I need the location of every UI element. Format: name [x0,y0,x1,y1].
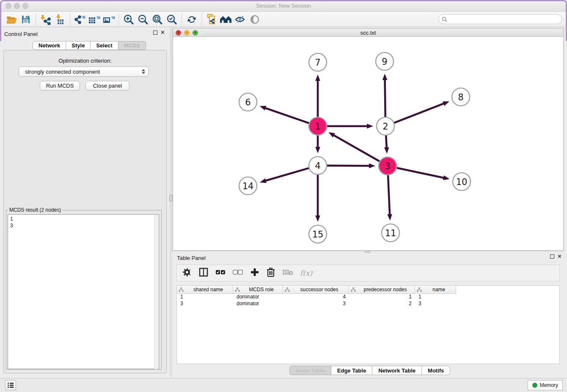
open-folder-icon[interactable] [4,13,19,26]
float-table-panel-icon[interactable] [550,254,554,259]
arrowhead-icon [383,74,388,80]
edge-3-11[interactable] [388,175,390,216]
edge-2-9[interactable] [385,78,385,117]
memory-button[interactable]: Memory [528,380,563,390]
table-panel: Table Panel ✕ f(x) shared nameMCDS roles… [173,253,567,377]
table-tabs: Node Table Edge Table Network Table Moti… [173,366,567,375]
table-cell: 3 [283,301,349,307]
edge-3-10[interactable] [397,168,445,178]
refresh-layout-icon[interactable] [184,13,199,26]
edge-1-6[interactable] [264,108,309,123]
network-graph-canvas[interactable]: 7968124314101511 [173,37,563,250]
horizontal-split-handle[interactable] [365,251,370,253]
column-header[interactable]: name [415,286,456,294]
tab-style[interactable]: Style [66,41,91,50]
attribute-tree-icon [235,287,240,292]
mcds-result-list[interactable]: 1 3 [8,214,159,369]
close-table-panel-icon[interactable]: ✕ [557,254,562,259]
tab-node-table[interactable]: Node Table [289,366,331,375]
result-line: 3 [10,222,159,229]
attribute-tree-icon [179,287,184,292]
node-label: 1 [315,121,320,132]
node-label: 15 [312,229,324,240]
select-all-icon[interactable] [215,268,226,278]
edge-2-8[interactable] [394,103,445,123]
result-line: 1 [10,215,159,222]
close-panel-icon[interactable]: ✕ [160,30,165,35]
table-cell: 3 [415,301,456,307]
import-network-icon[interactable] [39,13,53,26]
first-neighbors-icon[interactable] [219,13,233,26]
control-panel-tabs: Network Style Select MCDS [33,41,146,50]
search-field[interactable] [438,14,562,24]
column-header[interactable]: successor nodes [283,286,349,294]
column-header[interactable]: predecessor nodes [349,286,415,294]
arrowhead-icon [328,132,335,137]
clone-network-icon[interactable] [204,13,219,26]
network-window-titlebar[interactable]: ✕ − + scc.txt [173,29,563,37]
export-table-icon[interactable] [87,13,102,26]
export-network-icon[interactable] [73,13,87,26]
toolbar-separator [70,14,70,25]
edge-2-3[interactable] [386,135,387,149]
run-mcds-button[interactable]: Run MCDS [40,81,80,91]
window-title: Session: New Session [0,3,567,9]
node-label: 4 [315,161,320,171]
table-toolbar: f(x) [176,265,560,282]
save-icon[interactable] [19,13,33,26]
task-history-button[interactable] [5,380,16,390]
node-table[interactable]: shared nameMCDS rolesuccessor nodesprede… [176,285,560,364]
optimization-criterion-select[interactable]: strongly connected component [19,66,149,77]
table-column-headers: shared nameMCDS rolesuccessor nodesprede… [177,286,559,294]
column-header[interactable]: MCDS role [233,286,283,294]
edge-4-3[interactable] [327,166,371,166]
attribute-tree-icon [417,287,422,292]
tab-edge-table[interactable]: Edge Table [331,366,372,375]
node-label: 9 [382,57,387,67]
node-label: 10 [456,177,468,187]
tab-network-table[interactable]: Network Table [372,366,422,375]
search-input[interactable] [449,16,561,22]
result-scrollbar[interactable] [154,215,158,369]
node-label: 3 [385,161,390,171]
optimization-criterion-label: Optimization criterion: [0,58,170,64]
table-row[interactable]: 3dominator323 [177,301,559,307]
tab-mcds[interactable]: MCDS [118,41,146,50]
tab-select[interactable]: Select [91,41,118,50]
column-header[interactable]: shared name [177,286,233,294]
edge-3-1[interactable] [333,135,380,161]
deselect-all-icon[interactable] [232,268,243,278]
arrowhead-icon [367,124,373,129]
function-builder-icon: f(x) [300,269,312,277]
arrowhead-icon [387,214,392,221]
tab-motifs[interactable]: Motifs [422,366,450,375]
zoom-in-icon[interactable] [121,13,136,26]
add-column-icon[interactable] [250,267,260,279]
arrowhead-icon [315,215,320,222]
toolbar-separator [36,14,36,25]
zoom-out-icon[interactable] [136,13,150,26]
graphics-details-icon[interactable] [233,13,248,26]
memory-label: Memory [540,382,558,388]
import-table-icon[interactable] [53,13,67,26]
arrowhead-icon [443,101,449,106]
vertical-split-handle[interactable] [169,195,173,202]
zoom-selected-icon[interactable] [165,13,179,26]
gear-icon[interactable] [182,267,192,279]
close-panel-button[interactable]: Close panel [85,81,129,91]
edge-4-14[interactable] [264,168,308,181]
node-label: 8 [458,92,463,102]
float-panel-icon[interactable] [153,30,157,35]
select-stepper-icon [142,69,145,74]
zoom-fit-icon[interactable] [150,13,165,26]
table-row[interactable]: 1dominator411 [177,294,559,301]
toolbar-separator [182,14,182,25]
split-view-icon[interactable] [198,267,209,279]
delete-icon[interactable] [266,267,275,279]
toolbar-separator [118,14,119,25]
table-cell: 1 [177,294,233,301]
birds-eye-icon[interactable] [248,13,262,26]
export-image-icon[interactable] [102,13,116,26]
network-view-window[interactable]: ✕ − + scc.txt 7968124314101511 [173,28,564,251]
tab-network[interactable]: Network [33,41,66,50]
